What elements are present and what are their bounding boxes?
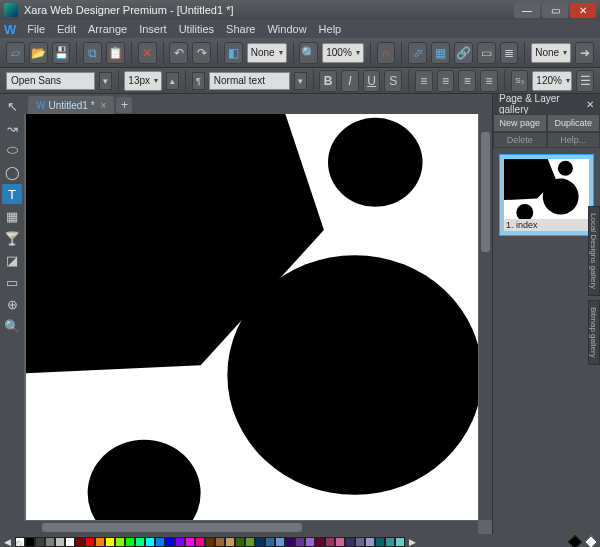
help-button[interactable]: Help... xyxy=(547,132,601,148)
color-swatch[interactable] xyxy=(375,537,385,547)
color-swatch[interactable] xyxy=(75,537,85,547)
paste-button[interactable]: 📋 xyxy=(106,42,125,64)
close-tab-icon[interactable]: × xyxy=(101,100,107,111)
color-swatch[interactable] xyxy=(165,537,175,547)
color-swatch[interactable] xyxy=(85,537,95,547)
style-dropdown-button[interactable]: ▾ xyxy=(294,72,307,90)
fill-select[interactable]: None▾ xyxy=(247,43,287,63)
paragraph-button[interactable]: ¶ xyxy=(192,72,205,90)
new-page-button[interactable]: New page xyxy=(493,114,547,132)
document-tab[interactable]: W Untitled1 * × xyxy=(28,96,114,114)
color-swatch[interactable] xyxy=(245,537,255,547)
color-swatch[interactable] xyxy=(225,537,235,547)
align-left-button[interactable]: ≡ xyxy=(415,70,433,92)
transparency-tool[interactable]: 🍸 xyxy=(2,228,22,248)
save-button[interactable]: 💾 xyxy=(52,42,71,64)
text-tool[interactable]: T xyxy=(2,184,22,204)
current-fill-swatch[interactable] xyxy=(568,534,582,547)
color-swatch[interactable] xyxy=(105,537,115,547)
select-tool[interactable]: ↖ xyxy=(2,96,22,116)
menu-share[interactable]: Share xyxy=(221,22,260,36)
color-swatch[interactable] xyxy=(35,537,45,547)
color-swatch[interactable] xyxy=(395,537,405,547)
color-swatch[interactable] xyxy=(235,537,245,547)
color-swatch[interactable] xyxy=(25,537,35,547)
color-swatch[interactable] xyxy=(385,537,395,547)
color-swatch[interactable] xyxy=(255,537,265,547)
menu-file[interactable]: File xyxy=(22,22,50,36)
size-down-button[interactable]: ▴ xyxy=(166,72,179,90)
color-swatch[interactable] xyxy=(355,537,365,547)
font-size-select[interactable]: 13px▾ xyxy=(124,71,162,91)
designs-gallery-tab[interactable]: Local Designs gallery xyxy=(588,206,600,296)
color-swatch[interactable] xyxy=(55,537,65,547)
color-swatch[interactable] xyxy=(95,537,105,547)
snap-button[interactable]: ∩ xyxy=(377,42,396,64)
delete-page-button[interactable]: Delete xyxy=(493,132,547,148)
quickshape-tool[interactable]: ◯ xyxy=(2,162,22,182)
color-swatch[interactable] xyxy=(115,537,125,547)
bold-button[interactable]: B xyxy=(319,70,337,92)
fill-tool[interactable]: ▦ xyxy=(2,206,22,226)
align-center-button[interactable]: ≡ xyxy=(437,70,455,92)
redo-button[interactable]: ↷ xyxy=(192,42,211,64)
underline-button[interactable]: U xyxy=(363,70,381,92)
add-tab-button[interactable]: + xyxy=(116,97,132,113)
new-doc-button[interactable]: ▱ xyxy=(6,42,25,64)
color-swatch[interactable] xyxy=(265,537,275,547)
color-swatch[interactable] xyxy=(315,537,325,547)
text-style-select[interactable]: Normal text xyxy=(209,72,290,90)
bitmap-gallery-tab[interactable]: Bitmap gallery xyxy=(588,300,600,365)
color-swatch[interactable] xyxy=(195,537,205,547)
horizontal-scrollbar[interactable] xyxy=(24,521,478,534)
color-swatch[interactable] xyxy=(205,537,215,547)
palette-left-arrow[interactable]: ◀ xyxy=(4,537,11,547)
color-swatch[interactable] xyxy=(215,537,225,547)
align-right-button[interactable]: ≡ xyxy=(458,70,476,92)
zoom-icon[interactable]: 🔍 xyxy=(299,42,318,64)
menu-edit[interactable]: Edit xyxy=(52,22,81,36)
font-family-select[interactable]: Open Sans xyxy=(6,72,95,90)
push-tool[interactable]: ⊕ xyxy=(2,294,22,314)
color-swatch[interactable] xyxy=(285,537,295,547)
preview-button[interactable]: ▦ xyxy=(431,42,450,64)
shadow-tool[interactable]: ◪ xyxy=(2,250,22,270)
menu-arrange[interactable]: Arrange xyxy=(83,22,132,36)
color-swatch[interactable] xyxy=(185,537,195,547)
color-swatch[interactable] xyxy=(125,537,135,547)
delete-button[interactable]: ✕ xyxy=(138,42,157,64)
color-swatch[interactable] xyxy=(345,537,355,547)
freehand-tool[interactable]: ↝ xyxy=(2,118,22,138)
color-swatch[interactable] xyxy=(305,537,315,547)
link-button[interactable]: 🔗 xyxy=(454,42,473,64)
copy-button[interactable]: ⧉ xyxy=(83,42,102,64)
shape-tool[interactable]: ⬭ xyxy=(2,140,22,160)
canvas[interactable] xyxy=(26,114,478,520)
color-swatch[interactable] xyxy=(335,537,345,547)
menu-help[interactable]: Help xyxy=(314,22,347,36)
maximize-button[interactable]: ▭ xyxy=(542,3,568,18)
font-dropdown-button[interactable]: ▾ xyxy=(99,72,112,90)
export-button[interactable]: ⬀ xyxy=(408,42,427,64)
close-button[interactable]: ✕ xyxy=(570,3,596,18)
zoom-tool[interactable]: 🔍 xyxy=(2,316,22,336)
color-swatch[interactable] xyxy=(145,537,155,547)
pin-icon[interactable]: ✕ xyxy=(586,99,594,110)
menu-insert[interactable]: Insert xyxy=(134,22,172,36)
menu-utilities[interactable]: Utilities xyxy=(174,22,219,36)
undo-button[interactable]: ↶ xyxy=(169,42,188,64)
no-color-swatch[interactable]: ⦸ xyxy=(15,537,25,547)
palette-right-arrow[interactable]: ▶ xyxy=(409,537,416,547)
page-thumbnail[interactable]: 1. index xyxy=(499,154,594,236)
stroke-select[interactable]: None▾ xyxy=(531,43,571,63)
open-button[interactable]: 📂 xyxy=(29,42,48,64)
color-swatch[interactable] xyxy=(45,537,55,547)
minimize-button[interactable]: — xyxy=(514,3,540,18)
superscript-button[interactable]: S₅ xyxy=(511,70,529,92)
rectangle-tool[interactable]: ▭ xyxy=(2,272,22,292)
color-swatch[interactable] xyxy=(175,537,185,547)
color-swatch[interactable] xyxy=(325,537,335,547)
current-line-swatch[interactable] xyxy=(584,534,598,547)
vertical-scrollbar[interactable] xyxy=(479,114,492,520)
page-button[interactable]: ▭ xyxy=(477,42,496,64)
